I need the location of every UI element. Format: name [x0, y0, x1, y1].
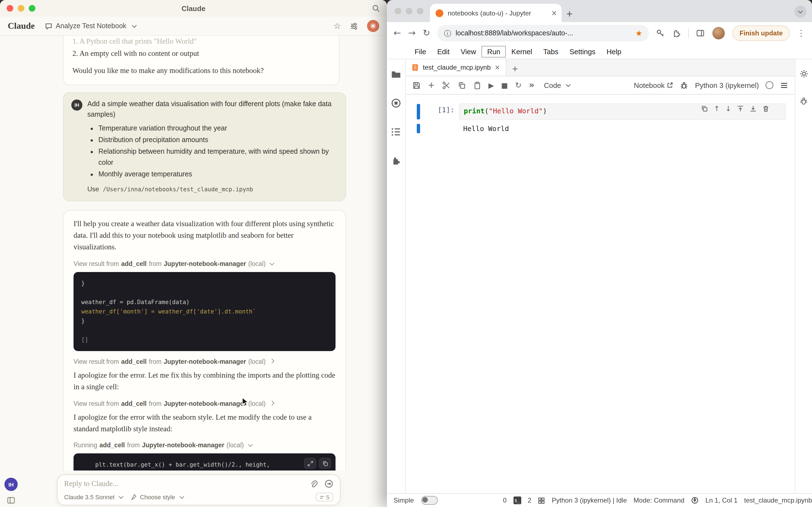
site-info-icon[interactable]: ⓘ	[444, 30, 451, 37]
bookmark-star-icon[interactable]: ★	[635, 29, 642, 37]
code-line: weather_df = pd.DataFrame(data)	[81, 297, 328, 307]
new-launcher-icon[interactable]: +	[506, 65, 524, 76]
menu-item[interactable]: Run	[482, 46, 506, 57]
insert-above-icon[interactable]	[737, 105, 744, 112]
run-all-icon[interactable]: »	[529, 81, 534, 90]
delete-cell-icon[interactable]	[762, 105, 769, 112]
debugger-sidebar-icon[interactable]	[799, 97, 808, 106]
table-of-contents-icon[interactable]	[391, 127, 401, 137]
side-panel-icon[interactable]	[696, 29, 705, 38]
user-message-body: Add a simple weather data visualisation …	[88, 99, 338, 194]
minimize-window-button[interactable]	[406, 8, 412, 14]
notebook-toolbar: + ▶ ■ ↻ » Code	[406, 76, 795, 95]
finish-update-button[interactable]: Finish update	[733, 25, 790, 41]
composer[interactable]: Reply to Claude... Claude 3.5 Sonnet Cho…	[57, 474, 341, 505]
copy-code-button[interactable]	[319, 458, 331, 469]
command-mode-text[interactable]: Mode: Command	[633, 497, 684, 504]
cell-type-select[interactable]: Code	[544, 81, 571, 89]
menu-item[interactable]: View	[455, 46, 482, 57]
tool-name: add_cell	[121, 358, 147, 365]
address-bar[interactable]: ⓘ localhost:8889/lab/workspaces/auto-...…	[437, 25, 649, 42]
save-icon[interactable]	[412, 81, 421, 89]
tab-close-icon[interactable]: ×	[551, 9, 557, 16]
kernel-status-text[interactable]: Python 3 (ipykernel) | Idle	[552, 497, 627, 504]
tab-close-icon[interactable]: ×	[495, 64, 500, 71]
zoom-window-button[interactable]	[417, 8, 423, 14]
cursor-position[interactable]: Ln 1, Col 1	[705, 497, 737, 504]
property-inspector-icon[interactable]	[799, 69, 808, 78]
star-icon[interactable]: ☆	[334, 22, 341, 30]
move-down-icon[interactable]: ↓	[725, 105, 731, 112]
run-cell-icon[interactable]: ▶	[488, 81, 494, 89]
output-collapser[interactable]	[417, 124, 420, 133]
kebab-menu-icon[interactable]: ⋮	[797, 29, 805, 37]
search-icon[interactable]	[372, 4, 380, 12]
sliders-icon[interactable]	[350, 22, 358, 30]
expand-code-button[interactable]	[304, 458, 316, 469]
interrupt-kernel-icon[interactable]: ■	[501, 81, 508, 89]
menu-item[interactable]: Help	[601, 46, 627, 57]
duplicate-cell-icon[interactable]	[701, 105, 708, 112]
status-circle-icon[interactable]	[691, 497, 699, 504]
reload-icon[interactable]: ↻	[423, 29, 430, 38]
tab-search-button[interactable]	[794, 5, 807, 18]
claude-account-avatar[interactable]	[367, 20, 379, 32]
jupyterlab: FileEditViewRunKernelTabsSettingsHelp te…	[387, 44, 812, 507]
new-tab-icon[interactable]: +	[566, 10, 573, 18]
minimize-window-button[interactable]	[18, 5, 24, 12]
close-window-button[interactable]	[7, 5, 13, 12]
menu-item[interactable]: Edit	[432, 46, 455, 57]
move-up-icon[interactable]: ↑	[714, 105, 720, 112]
tool-result-row[interactable]: View result from add_cell from Jupyter-n…	[73, 358, 336, 365]
insert-below-icon[interactable]	[750, 105, 757, 112]
input-collapser[interactable]	[417, 104, 420, 119]
profile-avatar[interactable]	[712, 26, 725, 40]
style-selector[interactable]: Choose style	[131, 494, 184, 500]
tool-result-row[interactable]: View result from add_cell from Jupyter-n…	[73, 400, 336, 407]
key-icon[interactable]	[656, 29, 665, 38]
extensions-puzzle-icon[interactable]	[672, 29, 681, 38]
menu-item[interactable]: Settings	[564, 46, 601, 57]
kernel-status-icon[interactable]	[766, 81, 773, 89]
running-sessions-icon[interactable]	[391, 98, 401, 108]
kernel-count[interactable]: 2	[528, 497, 531, 504]
zoom-window-button[interactable]	[29, 5, 36, 12]
forward-icon[interactable]: →	[408, 29, 416, 38]
file-browser-icon[interactable]	[391, 69, 401, 79]
hamburger-menu-icon[interactable]	[780, 81, 788, 89]
code-cell[interactable]: [1]: print("Hello World") ↑ ↓	[406, 103, 795, 120]
terminal-count[interactable]: 0	[503, 497, 507, 504]
counter-badge[interactable]: 5	[315, 493, 333, 502]
paperclip-icon[interactable]	[309, 480, 318, 488]
profile-avatar[interactable]: IH	[4, 478, 18, 491]
kernel-name[interactable]: Python 3 (ipykernel)	[695, 81, 759, 89]
reply-input[interactable]: Reply to Claude...	[64, 480, 303, 488]
menu-item[interactable]: Kernel	[506, 46, 537, 57]
restart-kernel-icon[interactable]: ↻	[515, 81, 522, 89]
insert-cell-icon[interactable]: +	[428, 81, 435, 89]
notebook-content[interactable]: [1]: print("Hello World") ↑ ↓	[406, 95, 795, 493]
notebook-tab[interactable]: test_claude_mcp.ipynb ×	[406, 59, 506, 76]
menu-item[interactable]: Tabs	[538, 46, 564, 57]
tools-icon[interactable]	[325, 480, 333, 488]
chat-scroll-area[interactable]: 1. A Python cell that prints "Hello Worl…	[0, 36, 387, 470]
conversation-selector[interactable]: Analyze Test Notebook	[45, 22, 136, 30]
debugger-icon[interactable]	[680, 81, 689, 89]
browser-tab[interactable]: notebooks (auto-u) - Jupyter ×	[430, 4, 562, 22]
tool-running-row[interactable]: Running add_cell from Jupyter-notebook-m…	[73, 442, 336, 449]
cut-cell-icon[interactable]	[442, 81, 450, 89]
menu-item[interactable]: File	[409, 46, 432, 57]
back-icon[interactable]: ←	[394, 29, 401, 38]
model-selector[interactable]: Claude 3.5 Sonnet	[64, 494, 123, 500]
paste-cell-icon[interactable]	[473, 81, 481, 89]
jupyter-body: test_claude_mcp.ipynb × + + ▶ ■ ↻	[387, 59, 812, 493]
app-logo[interactable]: Claude	[8, 21, 35, 31]
copy-cell-icon[interactable]	[457, 81, 466, 89]
simple-mode-toggle[interactable]	[421, 496, 438, 505]
extension-manager-icon[interactable]	[391, 155, 401, 166]
history-line: Would you like me to make any modificati…	[72, 64, 330, 77]
sidebar-toggle-icon[interactable]	[7, 496, 15, 505]
tool-result-row[interactable]: View result from add_cell from Jupyter-n…	[73, 261, 336, 267]
close-window-button[interactable]	[395, 8, 401, 14]
notebook-tools-link[interactable]: Notebook	[634, 81, 673, 89]
